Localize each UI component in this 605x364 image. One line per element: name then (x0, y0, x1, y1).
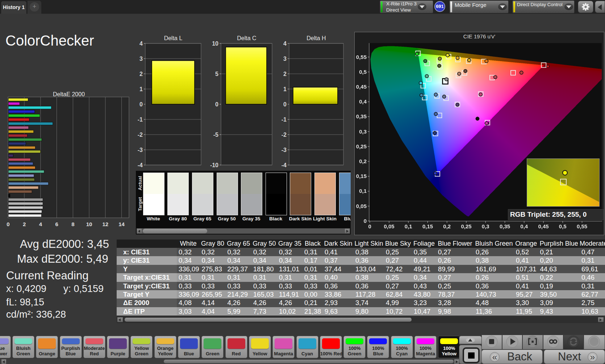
svg-text:-2: -2 (138, 132, 143, 138)
svg-text:4: 4 (39, 221, 42, 227)
svg-text:0,55: 0,55 (356, 54, 367, 60)
svg-text:14: 14 (118, 221, 125, 227)
svg-text:0,25: 0,25 (461, 223, 471, 229)
svg-text:Delta C: Delta C (237, 35, 256, 41)
svg-text:0,05: 0,05 (356, 203, 367, 209)
svg-text:0,1: 0,1 (405, 223, 412, 229)
svg-text:-4: -4 (138, 162, 143, 168)
svg-text:2: 2 (283, 71, 287, 77)
svg-text:Delta H: Delta H (306, 35, 326, 41)
svg-text:5: 5 (215, 71, 218, 77)
svg-text:0: 0 (368, 223, 371, 229)
svg-text:-10: -10 (210, 162, 218, 168)
svg-text:8: 8 (71, 221, 74, 227)
svg-text:0,35: 0,35 (500, 223, 510, 229)
svg-text:0,4: 0,4 (359, 98, 367, 105)
svg-text:0,3: 0,3 (482, 223, 489, 229)
svg-text:0,4: 0,4 (520, 223, 528, 229)
svg-text:-3: -3 (138, 147, 143, 153)
svg-text:0: 0 (215, 101, 218, 107)
svg-text:0,45: 0,45 (538, 223, 548, 229)
svg-text:0,25: 0,25 (356, 143, 367, 149)
svg-text:1: 1 (283, 86, 287, 92)
svg-text:0,1: 0,1 (359, 188, 367, 194)
svg-text:0,35: 0,35 (356, 113, 367, 119)
svg-text:-5: -5 (213, 132, 218, 138)
svg-text:0,05: 0,05 (384, 223, 394, 229)
svg-text:0,5: 0,5 (559, 223, 567, 229)
svg-text:10: 10 (86, 221, 92, 227)
svg-text:2: 2 (139, 71, 143, 77)
svg-text:0: 0 (7, 221, 9, 227)
svg-text:1: 1 (139, 86, 143, 92)
svg-text:-1: -1 (138, 117, 143, 123)
svg-text:10: 10 (212, 41, 218, 47)
svg-text:0: 0 (283, 101, 287, 107)
svg-text:0,45: 0,45 (356, 84, 367, 90)
svg-text:3: 3 (283, 56, 287, 62)
svg-text:3: 3 (139, 56, 143, 62)
svg-text:4: 4 (139, 41, 143, 47)
svg-text:-3: -3 (281, 147, 287, 153)
svg-text:0,15: 0,15 (422, 223, 433, 229)
svg-text:2: 2 (23, 221, 26, 227)
svg-text:-2: -2 (281, 132, 287, 138)
svg-text:0,2: 0,2 (359, 158, 367, 164)
svg-text:6: 6 (55, 221, 58, 227)
svg-text:-4: -4 (281, 162, 287, 168)
svg-text:12: 12 (102, 221, 108, 227)
svg-text:0,3: 0,3 (359, 128, 367, 135)
svg-text:-1: -1 (281, 117, 287, 123)
svg-text:0,2: 0,2 (443, 223, 451, 229)
svg-text:0: 0 (364, 218, 367, 224)
svg-text:0,15: 0,15 (356, 173, 367, 179)
svg-text:4: 4 (283, 41, 287, 47)
svg-text:Delta L: Delta L (164, 35, 183, 41)
svg-text:DeltaE 2000: DeltaE 2000 (53, 91, 85, 97)
svg-text:0,55: 0,55 (577, 223, 587, 229)
svg-text:0,5: 0,5 (359, 69, 367, 75)
svg-text:0: 0 (139, 101, 143, 107)
